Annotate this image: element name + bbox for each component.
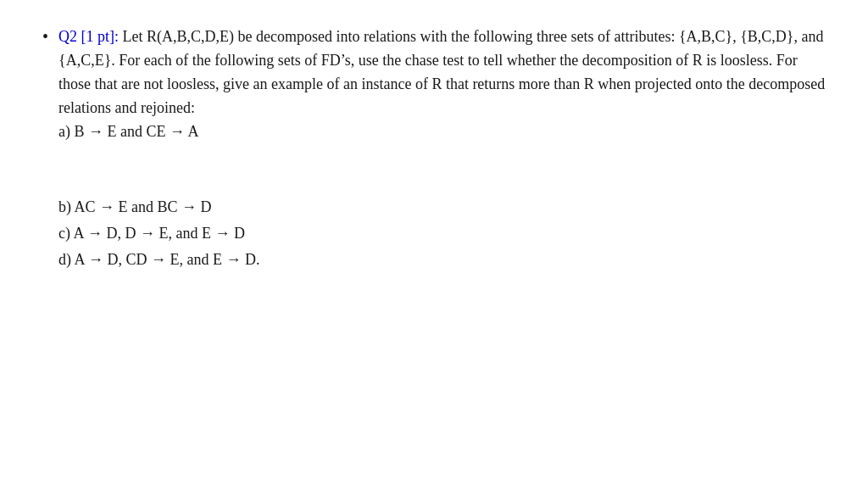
sub-b: b) AC → E and BC → D [58, 194, 826, 220]
question-block: • Q2 [1 pt]: Let R(A,B,C,D,E) be decompo… [42, 25, 826, 272]
sub-c: c) A → D, D → E, and E → D [58, 220, 826, 247]
question-intro: Q2 [1 pt]: Let R(A,B,C,D,E) be decompose… [58, 28, 825, 140]
sub-a-label: a) [58, 123, 74, 140]
question-label: Q2 [1 pt]: [58, 28, 119, 45]
question-body: Let R(A,B,C,D,E) be decomposed into rela… [58, 28, 825, 140]
page-container: • Q2 [1 pt]: Let R(A,B,C,D,E) be decompo… [0, 0, 868, 496]
question-content: Q2 [1 pt]: Let R(A,B,C,D,E) be decompose… [58, 25, 826, 272]
sub-a: a) B → E and CE → A [58, 123, 199, 140]
sub-d: d) A → D, CD → E, and E → D. [58, 247, 826, 273]
bullet-icon: • [42, 27, 48, 47]
sub-questions: b) AC → E and BC → D c) A → D, D → E, an… [58, 194, 826, 272]
